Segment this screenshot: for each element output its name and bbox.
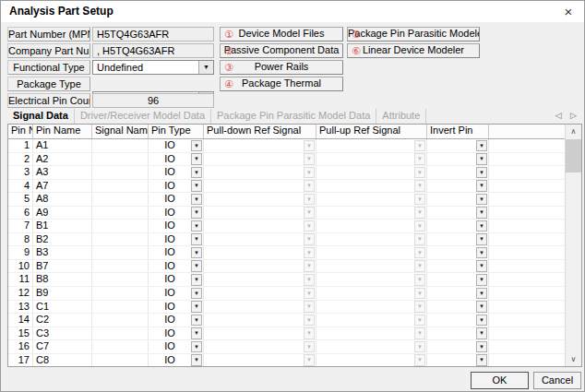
- scroll-up-icon[interactable]: ∧: [566, 125, 581, 138]
- invert-pin-cell[interactable]: ▼: [427, 246, 489, 259]
- signal-name-cell[interactable]: [92, 246, 149, 259]
- chevron-down-icon[interactable]: ▼: [191, 260, 202, 272]
- functional-type-select[interactable]: Undefined ▼: [92, 60, 214, 75]
- invert-pin-cell[interactable]: ▼: [427, 287, 489, 300]
- pin-type-cell[interactable]: IO ▼: [149, 314, 204, 327]
- signal-name-cell[interactable]: [92, 139, 149, 152]
- pin-type-cell[interactable]: IO ▼: [149, 340, 204, 353]
- chevron-down-icon[interactable]: ▼: [476, 301, 487, 313]
- chevron-down-icon[interactable]: ▼: [191, 341, 202, 353]
- chevron-down-icon[interactable]: ▼: [476, 180, 487, 192]
- chevron-down-icon[interactable]: ▼: [191, 194, 202, 206]
- invert-pin-cell[interactable]: ▼: [427, 153, 489, 166]
- chevron-down-icon[interactable]: ▼: [476, 233, 487, 245]
- invert-pin-cell[interactable]: ▼: [427, 354, 489, 366]
- pin-type-cell[interactable]: IO ▼: [149, 207, 204, 220]
- chevron-down-icon[interactable]: ▼: [476, 327, 487, 339]
- chevron-down-icon[interactable]: ▼: [191, 274, 202, 286]
- chevron-down-icon[interactable]: ▼: [191, 207, 202, 219]
- chevron-down-icon[interactable]: ▼: [191, 180, 202, 192]
- scroll-down-icon[interactable]: ∨: [566, 352, 581, 366]
- chevron-down-icon[interactable]: ▼: [476, 341, 487, 353]
- signal-name-cell[interactable]: [92, 207, 149, 220]
- signal-name-cell[interactable]: [92, 273, 149, 286]
- chevron-down-icon[interactable]: ▼: [476, 288, 487, 300]
- pin-type-cell[interactable]: IO ▼: [149, 246, 204, 259]
- signal-name-cell[interactable]: [92, 301, 149, 314]
- pin-type-cell[interactable]: IO ▼: [149, 287, 204, 300]
- chevron-down-icon[interactable]: ▼: [191, 288, 202, 300]
- chevron-down-icon[interactable]: ▼: [476, 260, 487, 272]
- invert-pin-cell[interactable]: ▼: [427, 314, 489, 327]
- chevron-down-icon[interactable]: ▼: [191, 327, 202, 339]
- tab-package-pin-parasitic-model-data[interactable]: Package Pin Parasitic Model Data: [211, 109, 376, 124]
- chevron-down-icon[interactable]: ▼: [476, 207, 487, 219]
- signal-name-cell[interactable]: [92, 233, 149, 246]
- chevron-down-icon[interactable]: ▼: [476, 354, 487, 366]
- signal-name-cell[interactable]: [92, 287, 149, 300]
- pin-type-cell[interactable]: IO ▼: [149, 327, 204, 340]
- invert-pin-cell[interactable]: ▼: [427, 220, 489, 232]
- package-thermal-button[interactable]: ④ Package Thermal: [220, 77, 343, 91]
- invert-pin-cell[interactable]: ▼: [427, 260, 489, 273]
- chevron-down-icon[interactable]: ▼: [191, 140, 202, 152]
- chevron-down-icon[interactable]: ▼: [191, 315, 202, 327]
- tab-scroll-right-icon[interactable]: ▷: [570, 111, 577, 120]
- chevron-down-icon[interactable]: ▼: [476, 167, 487, 179]
- passive-component-data-button[interactable]: ② Passive Component Data: [220, 43, 343, 58]
- invert-pin-cell[interactable]: ▼: [427, 327, 489, 340]
- signal-name-cell[interactable]: [92, 153, 149, 166]
- pin-type-cell[interactable]: IO ▼: [149, 273, 204, 286]
- pin-type-cell[interactable]: IO ▼: [149, 220, 204, 232]
- invert-pin-cell[interactable]: ▼: [427, 207, 489, 220]
- chevron-down-icon[interactable]: ▼: [191, 167, 202, 179]
- chevron-down-icon[interactable]: ▼: [191, 153, 202, 165]
- signal-name-cell[interactable]: [92, 260, 149, 273]
- chevron-down-icon[interactable]: ▼: [476, 220, 487, 232]
- invert-pin-cell[interactable]: ▼: [427, 166, 489, 179]
- signal-name-cell[interactable]: [92, 327, 149, 340]
- power-rails-button[interactable]: ③ Power Rails: [220, 60, 343, 75]
- chevron-down-icon[interactable]: ▼: [476, 194, 487, 206]
- tab-driver-receiver-model-data[interactable]: Driver/Receiver Model Data: [75, 109, 211, 124]
- chevron-down-icon[interactable]: ▼: [191, 220, 202, 232]
- signal-name-cell[interactable]: [92, 220, 149, 232]
- chevron-down-icon[interactable]: ▼: [198, 61, 213, 74]
- invert-pin-cell[interactable]: ▼: [427, 180, 489, 193]
- pin-type-cell[interactable]: IO ▼: [149, 301, 204, 314]
- tab-scroll-left-icon[interactable]: ◁: [555, 111, 562, 120]
- invert-pin-cell[interactable]: ▼: [427, 233, 489, 246]
- pin-type-cell[interactable]: IO ▼: [149, 166, 204, 179]
- invert-pin-cell[interactable]: ▼: [427, 139, 489, 152]
- tab-signal-data[interactable]: Signal Data: [7, 109, 75, 124]
- signal-name-cell[interactable]: [92, 314, 149, 327]
- pin-type-cell[interactable]: IO ▼: [149, 139, 204, 152]
- cancel-button[interactable]: Cancel: [533, 372, 581, 389]
- chevron-down-icon[interactable]: ▼: [476, 315, 487, 327]
- chevron-down-icon[interactable]: ▼: [476, 153, 487, 165]
- chevron-down-icon[interactable]: ▼: [191, 354, 202, 366]
- pin-type-cell[interactable]: IO ▼: [149, 153, 204, 166]
- pin-type-cell[interactable]: IO ▼: [149, 193, 204, 206]
- scrollbar-thumb[interactable]: [566, 139, 581, 172]
- chevron-down-icon[interactable]: ▼: [476, 247, 487, 259]
- device-model-files-button[interactable]: ① Device Model Files: [220, 27, 343, 42]
- signal-name-cell[interactable]: [92, 193, 149, 206]
- close-button[interactable]: ×: [558, 3, 579, 20]
- invert-pin-cell[interactable]: ▼: [427, 340, 489, 353]
- chevron-down-icon[interactable]: ▼: [191, 301, 202, 313]
- invert-pin-cell[interactable]: ▼: [427, 193, 489, 206]
- vertical-scrollbar[interactable]: ∧ ∨: [565, 125, 581, 366]
- linear-device-modeler-button[interactable]: ⑥ Linear Device Modeler: [347, 43, 480, 58]
- chevron-down-icon[interactable]: ▼: [476, 274, 487, 286]
- pin-type-cell[interactable]: IO ▼: [149, 354, 204, 366]
- chevron-down-icon[interactable]: ▼: [191, 233, 202, 245]
- ok-button[interactable]: OK: [471, 372, 529, 389]
- package-pin-parasitic-modeler-button[interactable]: ⑤ Package Pin Parasitic Modeler: [347, 27, 480, 42]
- invert-pin-cell[interactable]: ▼: [427, 301, 489, 314]
- pin-type-cell[interactable]: IO ▼: [149, 233, 204, 246]
- signal-name-cell[interactable]: [92, 166, 149, 179]
- signal-name-cell[interactable]: [92, 340, 149, 353]
- chevron-down-icon[interactable]: ▼: [191, 247, 202, 259]
- signal-name-cell[interactable]: [92, 180, 149, 193]
